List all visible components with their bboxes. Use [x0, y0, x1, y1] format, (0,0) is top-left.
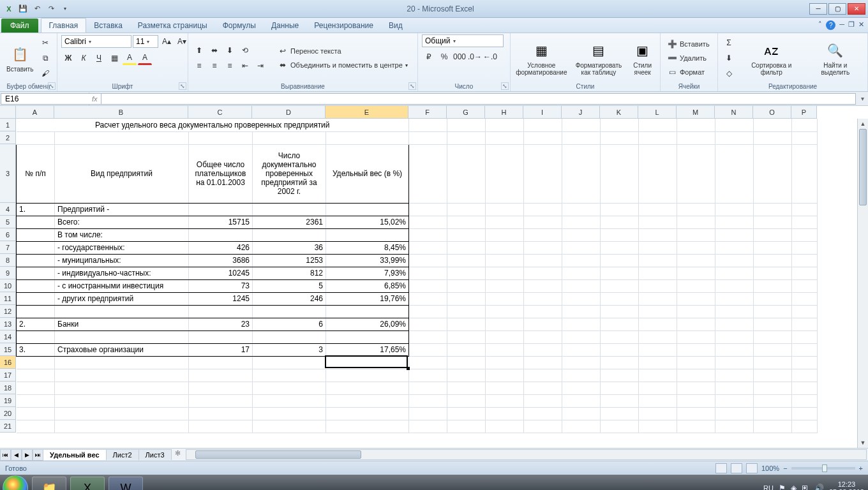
row-header-6[interactable]: 6: [0, 228, 16, 241]
shrink-font-icon[interactable]: A▾: [175, 34, 189, 48]
col-header-C[interactable]: C: [188, 106, 252, 119]
normal-view-icon[interactable]: [715, 463, 727, 473]
align-bottom-icon[interactable]: ⬇: [223, 43, 237, 57]
zoom-slider[interactable]: [791, 467, 855, 470]
font-name-combo[interactable]: Calibri▾: [61, 35, 131, 48]
col-header-N[interactable]: N: [715, 106, 753, 119]
tab-page-layout[interactable]: Разметка страницы: [130, 19, 215, 33]
insert-cells-button[interactable]: ➕Вставить: [664, 38, 712, 50]
number-dialog-launcher[interactable]: ⤡: [501, 82, 509, 90]
format-painter-icon[interactable]: 🖌: [38, 66, 52, 80]
cells-area[interactable]: Расчет удельного веса документально пров…: [16, 119, 818, 433]
sheet-tab-3[interactable]: Лист3: [138, 449, 172, 460]
row-header-3[interactable]: 3: [0, 144, 16, 203]
sheet-tab-active[interactable]: Удельный вес: [43, 449, 107, 460]
doc-minimize-icon[interactable]: ─: [839, 20, 844, 30]
row-header-16[interactable]: 16: [0, 356, 16, 369]
col-header-F[interactable]: F: [408, 106, 447, 119]
close-button[interactable]: ✕: [848, 3, 865, 15]
format-cells-button[interactable]: ▭Формат: [664, 66, 712, 78]
font-size-combo[interactable]: 11▾: [133, 35, 158, 48]
sort-filter-button[interactable]: ᴀᴢСортировка и фильтр: [738, 39, 805, 77]
col-header-O[interactable]: O: [753, 106, 791, 119]
sheet-tab-2[interactable]: Лист2: [106, 449, 139, 460]
tab-data[interactable]: Данные: [264, 19, 306, 33]
row-header-20[interactable]: 20: [0, 407, 16, 420]
col-header-B[interactable]: B: [54, 106, 188, 119]
cell-styles-button[interactable]: ▣Стили ячеек: [629, 39, 656, 77]
conditional-format-button[interactable]: ▦Условное форматирование: [514, 39, 569, 77]
row-header-1[interactable]: 1: [0, 119, 16, 131]
autosum-icon[interactable]: Σ: [722, 36, 736, 50]
increase-indent-icon[interactable]: ⇥: [253, 59, 267, 73]
sheet-nav-next[interactable]: ▶: [22, 449, 33, 461]
new-sheet-icon[interactable]: ✻: [172, 449, 184, 461]
doc-close-icon[interactable]: ✕: [858, 20, 864, 30]
clipboard-dialog-launcher[interactable]: ⤡: [48, 82, 56, 90]
maximize-button[interactable]: ▢: [828, 3, 846, 15]
tray-network-icon[interactable]: ◈: [791, 484, 797, 490]
minimize-button[interactable]: ─: [809, 3, 827, 15]
row-header-10[interactable]: 10: [0, 279, 16, 292]
tab-home[interactable]: Главная: [41, 18, 87, 33]
row-header-4[interactable]: 4: [0, 203, 16, 216]
find-select-button[interactable]: 🔍Найти и выделить: [807, 39, 864, 77]
start-button[interactable]: [3, 475, 28, 490]
col-header-H[interactable]: H: [485, 106, 523, 119]
decrease-decimal-icon[interactable]: ←.0: [483, 50, 497, 64]
tab-formulas[interactable]: Формулы: [215, 19, 264, 33]
spreadsheet-grid[interactable]: ABCDEFGHIJKLMNOP 12345678910111213141516…: [0, 106, 868, 448]
wrap-text-button[interactable]: ↩Перенос текста: [275, 45, 410, 57]
font-color-icon[interactable]: A: [138, 51, 152, 65]
minimize-ribbon-icon[interactable]: ˄: [818, 20, 822, 30]
col-header-J[interactable]: J: [562, 106, 600, 119]
zoom-knob[interactable]: [822, 464, 827, 472]
doc-restore-icon[interactable]: ❐: [848, 20, 855, 30]
row-header-19[interactable]: 19: [0, 394, 16, 407]
taskbar-explorer-icon[interactable]: 📁: [32, 477, 66, 490]
tab-review[interactable]: Рецензирование: [306, 19, 381, 33]
decrease-indent-icon[interactable]: ⇤: [238, 59, 252, 73]
align-center-icon[interactable]: ≡: [207, 59, 221, 73]
vertical-scrollbar[interactable]: ▲ ▼: [857, 119, 868, 448]
row-header-9[interactable]: 9: [0, 267, 16, 279]
scroll-down-icon[interactable]: ▼: [858, 438, 868, 448]
redo-icon[interactable]: ↷: [45, 3, 57, 15]
vscroll-thumb[interactable]: [859, 129, 867, 205]
sheet-nav-prev[interactable]: ◀: [11, 449, 22, 461]
merge-center-button[interactable]: ⬌Объединить и поместить в центре ▾: [275, 59, 410, 71]
row-header-17[interactable]: 17: [0, 369, 16, 382]
col-header-A[interactable]: A: [16, 106, 54, 119]
orientation-icon[interactable]: ⟲: [238, 43, 252, 57]
align-left-icon[interactable]: ≡: [192, 59, 206, 73]
hscroll-thumb[interactable]: [195, 450, 361, 459]
align-dialog-launcher[interactable]: ⤡: [408, 82, 416, 90]
save-icon[interactable]: 💾: [17, 3, 29, 15]
comma-format-icon[interactable]: 000: [453, 50, 467, 64]
row-header-8[interactable]: 8: [0, 254, 16, 267]
page-layout-view-icon[interactable]: [731, 463, 742, 473]
underline-button[interactable]: Ч: [92, 51, 106, 65]
expand-formula-bar-icon[interactable]: ▾: [857, 95, 868, 102]
tray-volume-icon[interactable]: 🔊: [814, 484, 824, 490]
col-header-G[interactable]: G: [447, 106, 485, 119]
copy-icon[interactable]: ⧉: [38, 51, 52, 65]
clear-icon[interactable]: ◇: [722, 66, 736, 80]
number-format-combo[interactable]: Общий▾: [422, 34, 504, 47]
scroll-up-icon[interactable]: ▲: [858, 119, 868, 129]
qat-customize-icon[interactable]: ▾: [59, 3, 71, 15]
tab-insert[interactable]: Вставка: [86, 19, 130, 33]
tray-flag-icon[interactable]: ⚑: [779, 484, 786, 490]
align-right-icon[interactable]: ≡: [223, 59, 237, 73]
cut-icon[interactable]: ✂: [38, 36, 52, 50]
row-header-13[interactable]: 13: [0, 318, 16, 330]
format-as-table-button[interactable]: ▤Форматировать как таблицу: [571, 39, 626, 77]
col-header-I[interactable]: I: [523, 106, 562, 119]
bold-button[interactable]: Ж: [61, 51, 75, 65]
tray-lang[interactable]: RU: [763, 484, 774, 490]
row-header-2[interactable]: 2: [0, 131, 16, 144]
row-header-18[interactable]: 18: [0, 382, 16, 394]
row-header-5[interactable]: 5: [0, 216, 16, 228]
fill-color-icon[interactable]: A: [123, 51, 137, 65]
col-header-L[interactable]: L: [638, 106, 677, 119]
